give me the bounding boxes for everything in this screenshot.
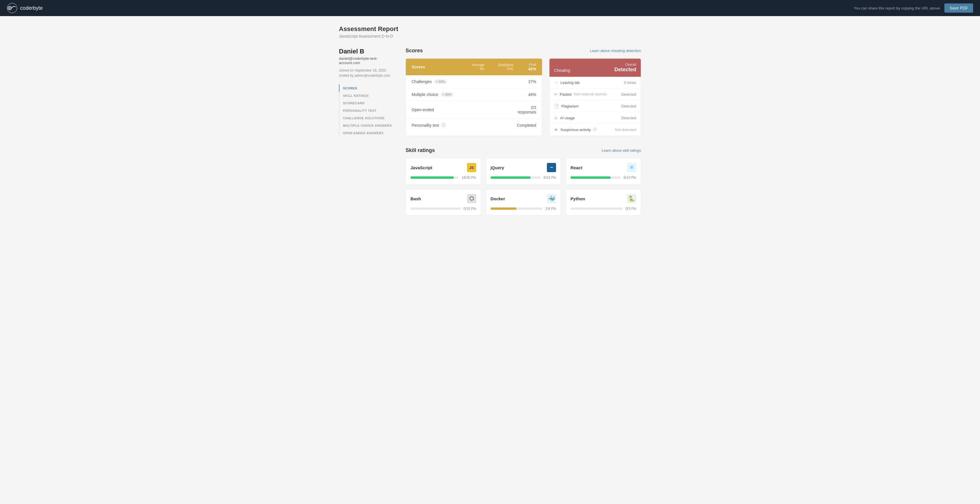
skill-ratings-title: Skill ratings	[406, 147, 435, 153]
skill-icon-python: 🐍	[627, 194, 636, 203]
skill-bar-fill-docker	[491, 207, 517, 210]
skill-icon-jquery: ~	[547, 163, 556, 172]
score-row-personality: Personality test ⓘ Completed	[406, 119, 542, 132]
skill-card-react: React ⚛ 8/10 Pts	[566, 158, 641, 185]
skill-pts-react: 8/10 Pts	[624, 175, 636, 180]
skill-bar-jquery	[491, 176, 541, 179]
skill-grid: JavaScript JS 18/20 Pts jQ	[406, 158, 641, 215]
score-avg-label: Average	[456, 63, 485, 67]
skill-pts-bash: 0/10 Pts	[464, 207, 476, 211]
cheating-header: Cheating Overall Detected	[549, 59, 641, 77]
logo: coderbyte	[7, 3, 43, 13]
sidebar: Daniel B daniel@coderbyte-test-account.c…	[339, 48, 396, 215]
sidebar-item-scores[interactable]: SCORES	[339, 85, 396, 92]
cheating-plagiarism-val: Detected	[621, 104, 636, 108]
cheating-panel: Cheating Overall Detected → Leaving tab …	[549, 58, 641, 136]
score-qual-label: Qualifying	[485, 63, 513, 67]
skill-progress-js: 18/20 Pts	[410, 175, 476, 180]
sidebar-item-personality[interactable]: PERSONALITY TEST	[339, 107, 396, 114]
skill-card-bash-header: Bash ⬡	[410, 194, 476, 203]
assessment-sub: JavaScript Assessment D-N-D	[339, 34, 641, 38]
cheating-ai-val: Detected	[621, 116, 636, 120]
assessment-header: Assessment Report JavaScript Assessment …	[339, 25, 641, 38]
sidebar-item-openended[interactable]: OPEN-ENDED ANSWERS	[339, 129, 396, 137]
scores-title: Scores	[406, 48, 423, 54]
score-avg-col: Average 5%	[456, 63, 485, 71]
skill-ratings-learn-link[interactable]: Learn about skill ratings	[602, 148, 641, 153]
skill-pts-jquery: 8/10 Pts	[543, 175, 556, 180]
cheating-ai-label: ⚠ AI usage	[554, 115, 575, 120]
skill-name-python: Python	[570, 196, 585, 201]
sidebar-nav: SCORES SKILL RATINGS SCORECARD PERSONALI…	[339, 85, 396, 137]
skill-name-js: JavaScript	[410, 165, 432, 170]
ai-usage-icon: ⚠	[554, 115, 558, 120]
score-row-challenges-val: 37%	[513, 79, 536, 84]
skill-card-jquery-header: jQuery ~	[491, 163, 556, 172]
skill-icon-react: ⚛	[627, 163, 636, 172]
cheating-leaving-val: 5 times	[624, 80, 636, 85]
skill-bar-python	[570, 207, 622, 210]
header-hint: You can share this report by copying the…	[854, 6, 940, 10]
cheating-row-suspicious: 👁 Suspicious activity ⓘ Not detected	[549, 124, 641, 136]
plagiarism-icon: 📄	[554, 104, 559, 108]
score-table-header: Scores Average 5% Qualifying 70% Final 4…	[406, 59, 542, 75]
suspicious-info-icon: ⓘ	[593, 127, 597, 132]
score-table: Scores Average 5% Qualifying 70% Final 4…	[406, 58, 542, 136]
skill-card-jquery: jQuery ~ 8/10 Pts	[486, 158, 561, 185]
skill-name-react: React	[570, 165, 582, 170]
sidebar-item-mc[interactable]: MULTIPLE CHOICE ANSWERS	[339, 122, 396, 129]
cheating-row-pasted: ✂ Pasted from external sources Detected	[549, 88, 641, 100]
skill-bar-js	[410, 176, 459, 179]
cheating-pasted-val: Detected	[621, 92, 636, 97]
user-joined: Joined on September 18, 2020	[339, 69, 396, 72]
cheating-row-plagiarism: 📄 Plagiarism Detected	[549, 100, 641, 112]
save-pdf-button[interactable]: Save PDF	[944, 3, 973, 13]
logo-text: coderbyte	[20, 5, 43, 11]
score-avg-val: 5%	[456, 67, 485, 71]
skill-card-react-header: React ⚛	[570, 163, 636, 172]
skill-bar-fill-react	[570, 176, 611, 179]
skill-bar-bash	[410, 207, 461, 210]
skill-name-jquery: jQuery	[491, 165, 504, 170]
cheating-overall: Overall Detected	[614, 63, 636, 73]
sidebar-item-scorecard[interactable]: SCORECARD	[339, 99, 396, 107]
page-content: Assessment Report JavaScript Assessment …	[332, 16, 648, 225]
skill-card-js-header: JavaScript JS	[410, 163, 476, 172]
scores-cheating-row: Scores Average 5% Qualifying 70% Final 4…	[406, 58, 641, 136]
skill-card-docker-header: Docker 🐳	[491, 194, 556, 203]
skill-progress-react: 8/10 Pts	[570, 175, 636, 180]
skill-ratings-header: Skill ratings Learn about skill ratings	[406, 147, 641, 153]
score-row-challenges-label: Challenges × 50%	[412, 79, 456, 84]
scores-section-header: Scores Learn about cheating detection	[406, 48, 641, 54]
cheating-plagiarism-label: 📄 Plagiarism	[554, 104, 579, 108]
score-row-openended-label: Open-ended	[412, 107, 456, 112]
score-final-label: Final	[513, 63, 536, 67]
skill-card-bash: Bash ⬡ 0/10 Pts	[406, 189, 481, 215]
score-final-col: Final 42%	[513, 63, 536, 71]
score-qual-col: Qualifying 70%	[485, 63, 513, 71]
score-row-openended: Open-ended 2/2 responses	[406, 101, 542, 119]
skill-card-python-header: Python 🐍	[570, 194, 636, 203]
pasted-icon: ✂	[554, 92, 557, 97]
score-row-mc: Multiple choice × 50% 46%	[406, 88, 542, 101]
user-email: daniel@coderbyte-test-account.com	[339, 56, 396, 65]
skill-name-bash: Bash	[410, 196, 421, 201]
user-name: Daniel B	[339, 48, 396, 55]
cheating-learn-link[interactable]: Learn about cheating detection	[590, 49, 641, 53]
skill-pts-js: 18/20 Pts	[461, 175, 476, 180]
mc-badge: × 50%	[441, 92, 454, 97]
score-col-label: Scores	[412, 65, 456, 69]
sidebar-item-skill-ratings[interactable]: SKILL RATINGS	[339, 92, 396, 99]
challenges-badge: × 50%	[434, 79, 447, 84]
skill-bar-docker	[491, 207, 542, 210]
cheating-suspicious-label: 👁 Suspicious activity ⓘ	[554, 127, 597, 132]
skill-progress-docker: 2/4 Pts	[491, 207, 556, 211]
skill-icon-docker: 🐳	[547, 194, 556, 203]
svg-point-0	[7, 3, 17, 13]
skill-progress-python: 0/3 Pts	[570, 207, 636, 211]
svg-point-2	[9, 8, 11, 9]
skill-pts-docker: 2/4 Pts	[546, 207, 556, 211]
cheating-leaving-label: → Leaving tab	[554, 80, 580, 85]
sidebar-item-challenges[interactable]: CHALLENGE SOLUTIONS	[339, 114, 396, 122]
leaving-tab-icon: →	[554, 80, 558, 85]
